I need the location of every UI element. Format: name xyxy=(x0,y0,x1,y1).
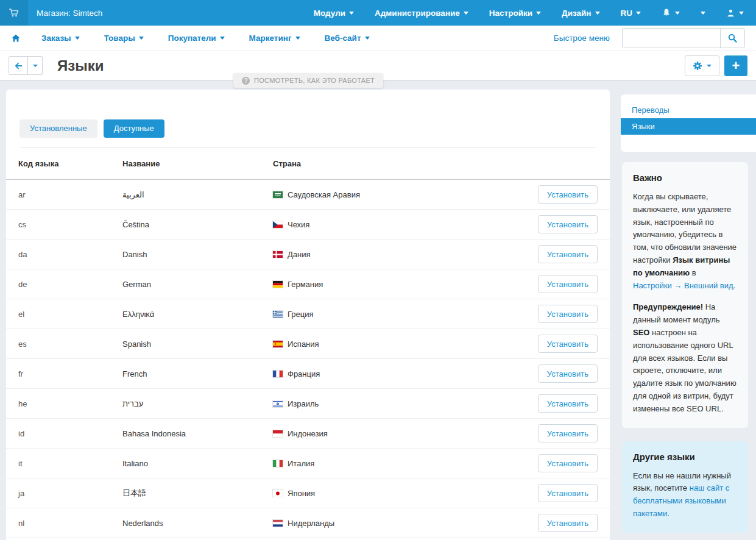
tab-installed[interactable]: Установленные xyxy=(19,119,97,138)
main-nav-bar: Заказы Товары Покупатели Маркетинг Веб-с… xyxy=(0,26,756,51)
install-button[interactable]: Установить xyxy=(538,335,598,353)
language-code: nl xyxy=(18,519,122,528)
table-row: ar العربية Саудовская Аравия Установить xyxy=(6,180,610,210)
bell-icon xyxy=(662,8,671,18)
search-input[interactable] xyxy=(623,29,720,48)
other-languages-paragraph: Если вы не нашли нужный язык, посетите н… xyxy=(633,470,737,520)
vendor-menu[interactable] xyxy=(701,12,705,15)
nav-right: Быстрое меню xyxy=(554,28,745,48)
table-row: es Spanish Испания Установить xyxy=(6,329,610,359)
install-button[interactable]: Установить xyxy=(538,185,598,204)
table-row: cs Čeština Чехия Установить xyxy=(6,210,610,240)
chevron-down-icon xyxy=(75,37,80,40)
important-title: Важно xyxy=(633,172,737,183)
country-name: Чехия xyxy=(288,220,309,229)
language-name: Bahasa Indonesia xyxy=(122,429,273,438)
chevron-down-icon xyxy=(707,65,712,67)
table-row: fr French Франция Установить xyxy=(6,359,610,389)
chevron-down-icon xyxy=(739,12,744,15)
country-name: Израиль xyxy=(288,399,319,408)
table-row: he עברית Израиль Установить xyxy=(6,389,610,419)
how-it-works-tooltip[interactable]: ? ПОСМОТРЕТЬ, КАК ЭТО РАБОТАЕТ xyxy=(233,73,383,88)
chevron-down-icon xyxy=(464,12,468,15)
other-languages-title: Другие языки xyxy=(633,452,737,462)
user-icon xyxy=(726,9,735,18)
menu-design[interactable]: Дизайн xyxy=(562,9,599,18)
install-button[interactable]: Установить xyxy=(538,484,598,502)
topbar-menus: Модули Администрирование Настройки Дизай… xyxy=(314,8,744,18)
question-circle-icon: ? xyxy=(242,77,250,85)
nav-customers[interactable]: Покупатели xyxy=(168,34,225,43)
store-label[interactable]: Магазин: Simtech xyxy=(37,9,102,18)
install-button[interactable]: Установить xyxy=(538,305,598,323)
language-name: العربية xyxy=(122,190,273,199)
install-button[interactable]: Установить xyxy=(538,275,598,293)
table-row: it Italiano Италия Установить xyxy=(6,449,610,478)
nav-marketing[interactable]: Маркетинг xyxy=(249,34,300,43)
gear-dropdown-button[interactable] xyxy=(685,55,719,76)
tab-available[interactable]: Доступные xyxy=(104,119,164,138)
gear-icon xyxy=(693,61,702,71)
storefront-cart-button[interactable] xyxy=(0,0,28,26)
table-header: Код языка Название Страна xyxy=(6,147,610,180)
country-name: Германия xyxy=(288,280,323,289)
nav-website[interactable]: Веб-сайт xyxy=(325,34,370,43)
search-button[interactable] xyxy=(720,29,744,48)
country-name: Дания xyxy=(288,250,311,259)
install-button[interactable]: Установить xyxy=(538,454,598,472)
search-group xyxy=(622,28,745,48)
menu-settings[interactable]: Настройки xyxy=(489,9,541,18)
language-code: fr xyxy=(18,369,122,378)
text-link[interactable]: Настройки → Внешний вид xyxy=(633,281,733,290)
important-info-box: Важно Когда вы скрываете, выключаете, ил… xyxy=(622,162,748,428)
menu-administration[interactable]: Администрирование xyxy=(375,9,468,18)
language-name: עברית xyxy=(122,399,273,408)
arrow-left-icon xyxy=(14,62,23,70)
language-name: German xyxy=(122,280,273,289)
language-code: id xyxy=(18,429,122,438)
install-button[interactable]: Установить xyxy=(538,514,598,532)
country-name: Нидерланды xyxy=(288,519,334,528)
table-row: nl Nederlands Нидерланды Установить xyxy=(6,508,610,538)
nav-orders[interactable]: Заказы xyxy=(41,34,80,43)
country-name: Индонезия xyxy=(288,429,328,438)
notifications-menu[interactable] xyxy=(662,8,680,18)
install-button[interactable]: Установить xyxy=(538,245,598,263)
user-account-menu[interactable] xyxy=(726,9,744,18)
flag-icon-es xyxy=(273,341,283,347)
chevron-down-icon xyxy=(675,12,680,15)
table-row: de German Германия Установить xyxy=(6,269,610,299)
sidebar-item-languages[interactable]: Языки xyxy=(621,118,756,135)
install-button[interactable]: Установить xyxy=(538,424,598,442)
language-name: Čeština xyxy=(122,220,273,229)
flag-icon-gr xyxy=(273,311,283,318)
chevron-down-icon xyxy=(349,12,354,15)
language-code: ar xyxy=(18,190,122,199)
back-button[interactable] xyxy=(9,56,28,75)
flag-icon-sa xyxy=(273,191,283,198)
nav-products[interactable]: Товары xyxy=(104,34,144,43)
home-icon xyxy=(11,34,21,43)
menu-addons[interactable]: Модули xyxy=(314,9,354,18)
language-name: Ελληνικά xyxy=(122,310,273,319)
language-code: es xyxy=(18,339,122,349)
back-history-dropdown[interactable] xyxy=(28,56,43,75)
admin-languages-page: Магазин: Simtech Модули Администрировани… xyxy=(0,0,756,540)
chevron-down-icon xyxy=(139,37,144,40)
table-row: id Bahasa Indonesia Индонезия Установить xyxy=(6,419,610,449)
install-button[interactable]: Установить xyxy=(538,215,598,233)
flag-icon-cz xyxy=(273,221,283,228)
flag-icon-it xyxy=(273,460,283,467)
quick-menu-link[interactable]: Быстрое меню xyxy=(554,34,610,43)
table-row: el Ελληνικά Греция Установить xyxy=(6,299,610,329)
table-row: da Danish Дания Установить xyxy=(6,240,610,269)
install-button[interactable]: Установить xyxy=(538,364,598,383)
install-button[interactable]: Установить xyxy=(538,394,598,413)
home-button[interactable] xyxy=(11,34,21,43)
sidebar-item-translations[interactable]: Переводы xyxy=(621,102,756,118)
language-name: Danish xyxy=(122,250,273,259)
flag-icon-dk xyxy=(273,251,283,258)
add-language-button[interactable]: + xyxy=(724,55,747,76)
language-selector[interactable]: RU xyxy=(621,9,641,18)
country-name: Испания xyxy=(288,339,319,349)
